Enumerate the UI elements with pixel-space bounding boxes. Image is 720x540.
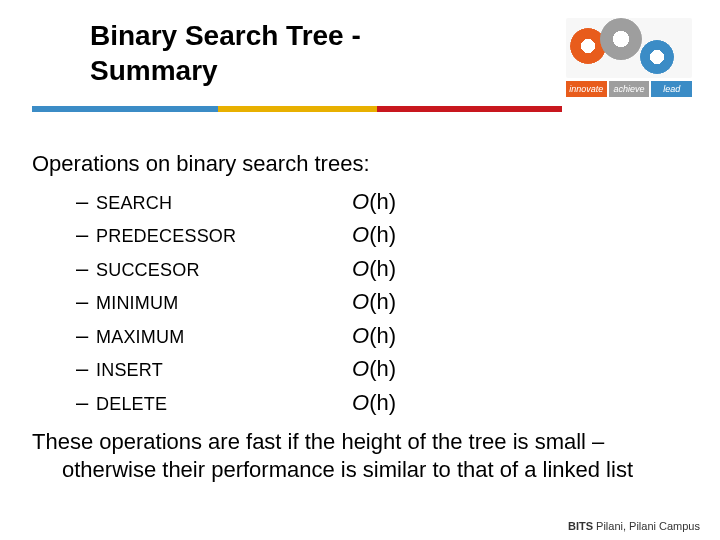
operation-complexity: O(h) xyxy=(352,288,396,316)
operation-complexity: O(h) xyxy=(352,355,396,383)
operation-name: PREDECESSOR xyxy=(96,225,352,248)
operation-complexity: O(h) xyxy=(352,255,396,283)
operation-list: –SEARCHO(h)–PREDECESSORO(h)–SUCCESORO(h)… xyxy=(76,188,692,417)
gears-graphic xyxy=(566,18,692,78)
institution-logo: innovate achieve lead xyxy=(566,18,692,97)
intro-text: Operations on binary search trees: xyxy=(32,150,692,178)
slide-body: Operations on binary search trees: –SEAR… xyxy=(32,150,692,483)
bullet-dash: – xyxy=(76,255,96,283)
logo-tag: innovate xyxy=(566,81,607,97)
operation-complexity: O(h) xyxy=(352,322,396,350)
bullet-dash: – xyxy=(76,221,96,249)
operation-row: –MINIMUMO(h) xyxy=(76,288,692,316)
title-underline xyxy=(32,106,562,112)
operation-row: –SUCCESORO(h) xyxy=(76,255,692,283)
operation-row: –SEARCHO(h) xyxy=(76,188,692,216)
operation-complexity: O(h) xyxy=(352,221,396,249)
operation-name: MAXIMUM xyxy=(96,326,352,349)
bullet-dash: – xyxy=(76,322,96,350)
logo-tag: lead xyxy=(651,81,692,97)
footer-credit: BITS Pilani, Pilani Campus xyxy=(568,520,700,532)
operation-row: –INSERTO(h) xyxy=(76,355,692,383)
operation-complexity: O(h) xyxy=(352,188,396,216)
closing-text: These operations are fast if the height … xyxy=(32,428,692,483)
gear-icon xyxy=(640,40,674,74)
gear-icon xyxy=(600,18,642,60)
operation-name: SEARCH xyxy=(96,192,352,215)
operation-complexity: O(h) xyxy=(352,389,396,417)
bullet-dash: – xyxy=(76,288,96,316)
operation-row: –DELETEO(h) xyxy=(76,389,692,417)
operation-name: INSERT xyxy=(96,359,352,382)
operation-row: –MAXIMUMO(h) xyxy=(76,322,692,350)
operation-name: DELETE xyxy=(96,393,352,416)
operation-name: SUCCESOR xyxy=(96,259,352,282)
operation-name: MINIMUM xyxy=(96,292,352,315)
bullet-dash: – xyxy=(76,389,96,417)
bullet-dash: – xyxy=(76,188,96,216)
bullet-dash: – xyxy=(76,355,96,383)
slide-title: Binary Search Tree - Summary xyxy=(90,18,450,88)
operation-row: –PREDECESSORO(h) xyxy=(76,221,692,249)
logo-tag: achieve xyxy=(609,81,650,97)
